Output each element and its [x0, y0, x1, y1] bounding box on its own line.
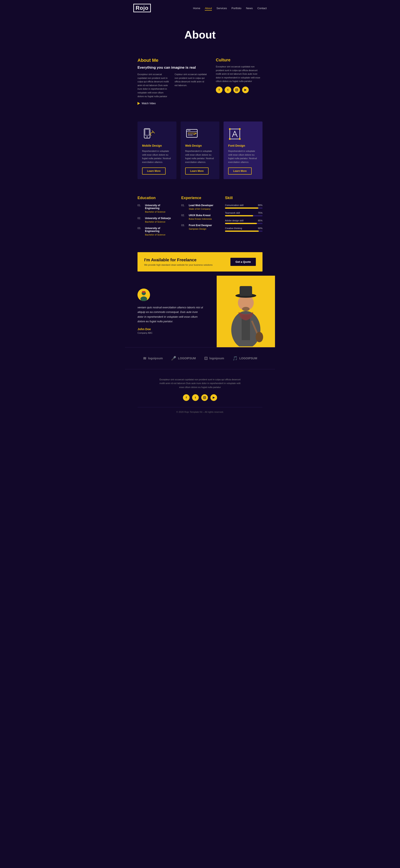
footer-social-icons: f t ▶ — [138, 394, 262, 401]
nav-item-home[interactable]: Home — [193, 6, 200, 10]
education-col: Education 01. University of Engineering … — [138, 196, 175, 240]
service-text-font: Reprehenderit in voluptate velit esse ci… — [228, 149, 258, 164]
service-card-web: Web Design Reprehenderit in voluptate ve… — [181, 122, 220, 179]
page-title: About — [133, 29, 267, 41]
about-section: About Me Everything you can imagine is r… — [125, 49, 275, 113]
svg-rect-11 — [188, 134, 192, 135]
logo-icon-3: ⊡ — [204, 356, 208, 361]
edu-item-1: 01. University of Engineering Bachelor o… — [138, 204, 175, 213]
footer: Excepteur sint occaecat cupidatat non pr… — [125, 369, 275, 417]
logo-item-4: 🎵 LOGOIPSUM — [232, 356, 257, 361]
svg-point-16 — [229, 138, 231, 140]
learn-more-mobile-btn[interactable]: Learn More — [142, 167, 166, 175]
exp-item-2: 02. UI/UX Buka Kreasi Buka Kreasi Indone… — [181, 214, 219, 220]
logos-section: ≋ logoipsum 🎤 LOGOIPSUM ⊡ logoipsum 🎵 LO… — [125, 347, 275, 369]
ees-section: Education 01. University of Engineering … — [125, 187, 275, 248]
skill-pct-1: 89% — [258, 204, 262, 207]
svg-point-5 — [147, 136, 147, 137]
svg-rect-12 — [230, 129, 240, 139]
footer-text: Excepteur sint occaecat cupidatat non pr… — [158, 378, 242, 389]
web-design-icon — [185, 127, 199, 141]
svg-rect-21 — [142, 291, 145, 293]
font-design-icon — [228, 127, 241, 141]
nav-item-portfolio[interactable]: Portfolio — [231, 6, 241, 10]
service-text-web: Reprehenderit in voluptate velit esse ci… — [185, 149, 215, 164]
skill-bar-fill-3 — [225, 223, 257, 224]
about-columns: Excepteur sint occaecat cupidatat non pr… — [138, 72, 207, 98]
exp-item-3: 03. Front End Designer Sampean Design — [181, 224, 219, 230]
skills-heading: Skill — [225, 196, 262, 200]
get-quote-btn[interactable]: Get a Quote — [230, 258, 256, 266]
culture-title: Culture — [216, 58, 262, 62]
skill-pct-4: 90% — [258, 227, 262, 229]
youtube-icon[interactable]: ▶ — [242, 87, 249, 93]
learn-more-web-btn[interactable]: Learn More — [185, 167, 209, 175]
about-col-2: Cepteur sint occaecat cupidatat non proi… — [175, 72, 207, 98]
svg-rect-27 — [239, 286, 252, 296]
site-logo[interactable]: Rojo — [133, 4, 151, 12]
facebook-icon[interactable]: f — [216, 87, 223, 93]
services-section: Mobile Design Reprehenderit in voluptate… — [125, 113, 275, 187]
instagram-icon[interactable] — [233, 87, 240, 93]
play-icon — [138, 102, 140, 105]
svg-point-32 — [204, 397, 205, 398]
nav-item-news[interactable]: News — [246, 6, 253, 10]
logo-item-1: ≋ logoipsum — [143, 356, 163, 361]
svg-point-15 — [239, 128, 240, 130]
svg-point-30 — [256, 332, 263, 342]
svg-rect-0 — [235, 89, 238, 91]
footer-youtube-icon[interactable]: ▶ — [210, 394, 217, 401]
service-card-font: Font Design Reprehenderit in voluptate v… — [224, 122, 262, 179]
logo-icon-4: 🎵 — [232, 356, 238, 361]
footer-facebook-icon[interactable]: f — [183, 394, 190, 401]
twitter-icon[interactable]: t — [225, 87, 231, 93]
svg-rect-10 — [188, 133, 196, 134]
experience-heading: Experience — [181, 196, 219, 200]
skill-bar-fill-4 — [225, 230, 259, 232]
skills-col: Skill Comunication skill 89% Teamwork sk… — [225, 196, 262, 240]
about-tagline: Everything you can imagine is real — [138, 65, 207, 70]
nav-item-services[interactable]: Services — [217, 6, 227, 10]
about-right-col: Culture Excepteur sint occaecat cupidata… — [216, 58, 262, 105]
exp-item-1: 01. Lead Web Developer State of Art Comp… — [181, 204, 219, 210]
education-heading: Education — [138, 196, 175, 200]
testimonial-section: veniam quis nostrud exercitation ullamco… — [125, 276, 275, 347]
svg-point-33 — [205, 397, 205, 397]
footer-twitter-icon[interactable]: t — [192, 394, 199, 401]
about-me-heading: About Me — [138, 58, 207, 63]
learn-more-font-btn[interactable]: Learn More — [228, 167, 252, 175]
svg-point-28 — [242, 307, 250, 311]
service-text-mobile: Reprehenderit in voluptate velit esse ci… — [142, 149, 172, 164]
freelance-subtext: We provide high standard clean website f… — [144, 264, 212, 266]
testimonial-image — [217, 276, 275, 347]
nav-item-contact[interactable]: Contact — [257, 6, 267, 10]
service-card-mobile: Mobile Design Reprehenderit in voluptate… — [138, 122, 176, 179]
edu-item-3: 03. University of Engineering Bachelor o… — [138, 227, 175, 236]
svg-point-8 — [188, 130, 189, 131]
footer-instagram-icon[interactable] — [201, 394, 208, 401]
service-title-font: Font Design — [228, 144, 258, 147]
hero-section: About — [125, 16, 275, 49]
skill-pct-3: 85% — [258, 219, 262, 222]
footer-copyright: © 2020 Rojo Template Kit – All rights re… — [138, 407, 262, 413]
svg-point-1 — [236, 89, 237, 91]
skill-item-2: Teamwork skill 75% — [225, 212, 262, 216]
svg-point-17 — [239, 138, 240, 140]
testimonial-left: veniam quis nostrud exercitation ullamco… — [125, 276, 217, 347]
skill-label-2: Teamwork skill — [225, 212, 240, 214]
skill-bar-fill-2 — [225, 215, 253, 216]
skill-item-3: Adobe design skill 85% — [225, 219, 262, 224]
culture-text: Excepteur sint occaecat cupidatat non pr… — [216, 65, 262, 83]
skill-label-1: Comunication skill — [225, 204, 244, 207]
skill-bar-fill-1 — [225, 208, 258, 209]
avatar — [138, 288, 150, 301]
navbar: Rojo Home About Services Portfolio News … — [125, 0, 275, 16]
edu-item-2: 02. University of Sidoarjo Bachelor of S… — [138, 217, 175, 223]
logo-icon-2: 🎤 — [171, 356, 176, 361]
logo-item-3: ⊡ logoipsum — [204, 356, 224, 361]
watch-video-btn[interactable]: Watch Video — [138, 102, 207, 105]
nav-item-about[interactable]: About — [205, 6, 212, 10]
svg-rect-4 — [145, 129, 149, 135]
freelance-heading: I'm Available for Freelance — [144, 257, 212, 262]
skill-label-3: Adobe design skill — [225, 219, 244, 222]
